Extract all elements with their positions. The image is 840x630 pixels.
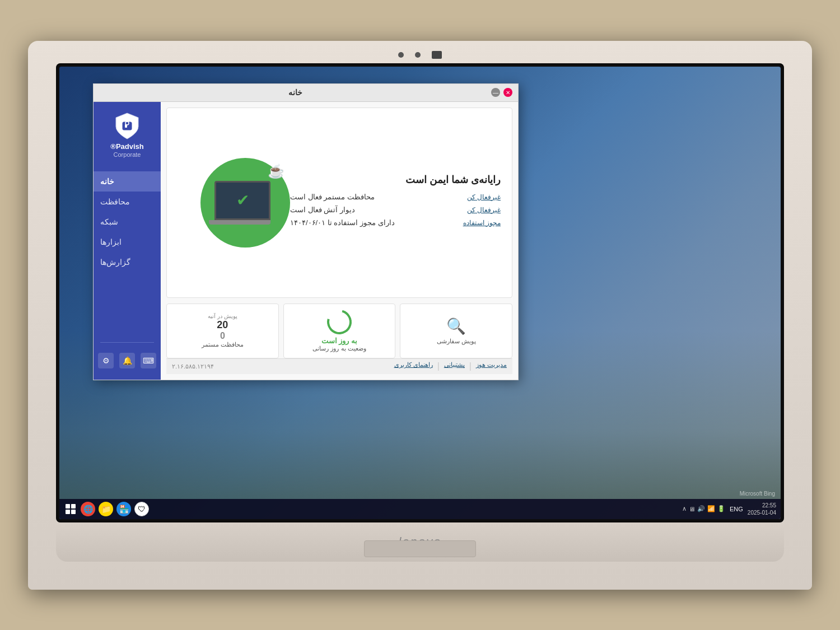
- disable-firewall-link[interactable]: غیرفعال کن: [467, 206, 501, 214]
- status-row-license: مجوز استفاده دارای مجوز استفاده تا ۱۴۰۴/…: [290, 218, 501, 227]
- stat-card-scan: 🔍 پویش سفارشی: [400, 304, 512, 358]
- windows-icon: [66, 504, 76, 514]
- hero-text-area: رایانه‌ی شما ایمن است غیرفعال کن محافظت …: [290, 174, 501, 231]
- license-link[interactable]: مجوز استفاده: [463, 219, 501, 227]
- window-titlebar: ✕ — خانه: [94, 84, 518, 102]
- taskbar: 🌐 📁 🏪 🛡 ∧ 🖥 🔊 📶 🔋 ENG 22:55: [59, 499, 781, 519]
- laptop-shell: 🖼️ PicPick 📷 ACDSee Pro 10 (64-bit) Micr…: [28, 41, 812, 590]
- status-row-protection: غیرفعال کن محافظت مستمر فعال است: [290, 193, 501, 201]
- scan-label: پویش سفارشی: [437, 338, 476, 345]
- start-button[interactable]: [64, 502, 77, 516]
- sidebar-item-tools[interactable]: ابزارها: [94, 232, 161, 252]
- sidebar: Padvish® Corporate خانه محافظت شبکه ابزا…: [94, 102, 161, 380]
- taskbar-lang[interactable]: ENG: [730, 506, 743, 512]
- window-minimize-button[interactable]: —: [491, 88, 500, 97]
- sidebar-nav: خانه محافظت شبکه ابزارها گزارش‌ها: [94, 171, 161, 337]
- footer-version: ۲.۱۶.۵۸۵.۱۲۱۹۴: [172, 363, 214, 370]
- sidebar-brand-name: Padvish®: [110, 142, 143, 152]
- checkmark-icon: ✔: [236, 191, 249, 209]
- window-close-button[interactable]: ✕: [503, 88, 512, 97]
- hero-image: ☕ ✔: [178, 158, 290, 248]
- sidebar-item-protection[interactable]: محافظت: [94, 192, 161, 212]
- taskbar-datetime: 22:55 2025-01-04: [748, 502, 776, 516]
- taskbar-chrome-icon[interactable]: 🌐: [81, 502, 95, 516]
- sidebar-settings-icon[interactable]: ⚙: [98, 353, 114, 368]
- taskbar-folder-icon[interactable]: 📁: [99, 502, 113, 516]
- app-window: ✕ — خانه: [93, 83, 519, 380]
- taskbar-padvish-icon[interactable]: 🛡: [134, 502, 149, 516]
- taskbar-time-display: 22:55: [748, 502, 776, 509]
- taskbar-wifi-icon[interactable]: 📶: [707, 505, 715, 512]
- sidebar-keyboard-icon[interactable]: ⌨: [141, 353, 156, 368]
- screen: 🖼️ PicPick 📷 ACDSee Pro 10 (64-bit) Micr…: [59, 67, 781, 519]
- laptop-base: lenovo: [56, 522, 784, 562]
- protection-label: محافظت مستمر: [202, 341, 244, 348]
- stat-card-scan-count: پویش در آنیه 20 0 محافظت مستمر: [166, 304, 279, 358]
- footer-support-link[interactable]: پشتیبانی: [444, 361, 465, 371]
- footer-links: مدیریت هوز | پشتیبانی | راهنمای کاربری: [394, 361, 507, 371]
- taskbar-store-icon[interactable]: 🏪: [116, 502, 131, 516]
- sidebar-bottom-icons: ⌨ 🔔 ⚙: [94, 347, 162, 374]
- status-row-firewall: غیرفعال کن دیوار آتش فعال است: [290, 206, 501, 214]
- taskbar-left: 🌐 📁 🏪 🛡: [64, 502, 149, 516]
- protection-status-text: محافظت مستمر فعال است: [290, 193, 375, 201]
- update-label: وضعیت به روز رسانی: [312, 345, 366, 352]
- taskbar-battery-icon[interactable]: 🔋: [717, 505, 725, 512]
- refresh-icon: [323, 305, 356, 338]
- camera-rect: [432, 51, 442, 59]
- taskbar-network-icon[interactable]: 🖥: [689, 506, 695, 512]
- scan-zero: 0: [220, 331, 225, 341]
- license-status-text: دارای مجوز استفاده تا ۱۴۰۴/۰۶/۰۱: [290, 218, 395, 227]
- sidebar-notification-icon[interactable]: 🔔: [119, 353, 135, 368]
- shield-icon: [115, 112, 139, 140]
- window-title: خانه: [99, 88, 491, 97]
- win-sq-4: [71, 510, 76, 514]
- laptop-base-illus: [209, 220, 270, 225]
- scan-sublabel: پویش در آنیه: [208, 313, 237, 319]
- camera-dot-center: [415, 52, 421, 58]
- taskbar-date-display: 2025-01-04: [748, 509, 776, 516]
- ms-bing-watermark: Microsoft Bing: [740, 491, 775, 497]
- hero-section: رایانه‌ی شما ایمن است غیرفعال کن محافظت …: [166, 108, 512, 298]
- stat-card-update: به روز است وضعیت به روز رسانی: [283, 304, 396, 358]
- app-content: Padvish® Corporate خانه محافظت شبکه ابزا…: [94, 102, 518, 380]
- coffee-cup-icon: ☕: [268, 164, 284, 179]
- window-footer: مدیریت هوز | پشتیبانی | راهنمای کاربری ۲…: [166, 358, 512, 374]
- update-status-text: به روز است: [321, 337, 357, 345]
- laptop-touchpad: [364, 540, 476, 557]
- footer-guide-link[interactable]: راهنمای کاربری: [394, 361, 433, 371]
- taskbar-arrow-icon[interactable]: ∧: [682, 505, 687, 512]
- win-sq-2: [71, 504, 76, 508]
- win-sq-3: [66, 510, 70, 514]
- sidebar-brand-sub: Corporate: [114, 151, 141, 158]
- svg-point-2: [125, 122, 129, 125]
- sidebar-item-network[interactable]: شبکه: [94, 212, 161, 232]
- win-sq-1: [66, 504, 70, 508]
- taskbar-right: ∧ 🖥 🔊 📶 🔋 ENG 22:55 2025-01-04: [682, 502, 776, 516]
- sidebar-item-reports[interactable]: گزارش‌ها: [94, 252, 161, 272]
- scan-number: 20: [217, 319, 228, 331]
- camera-area: [398, 51, 442, 59]
- main-area: رایانه‌ی شما ایمن است غیرفعال کن محافظت …: [161, 102, 518, 380]
- scan-icon: 🔍: [446, 317, 466, 335]
- taskbar-volume-icon[interactable]: 🔊: [697, 505, 705, 512]
- disable-protection-link[interactable]: غیرفعال کن: [467, 193, 501, 201]
- sidebar-item-home[interactable]: خانه: [94, 171, 161, 192]
- sidebar-logo-area: Padvish® Corporate: [106, 108, 148, 163]
- footer-manage-link[interactable]: مدیریت هوز: [476, 361, 507, 371]
- firewall-status-text: دیوار آتش فعال است: [290, 206, 355, 214]
- stats-row: 🔍 پویش سفارشی به روز است وضعیت به روز رس…: [166, 304, 512, 358]
- hero-title: رایانه‌ی شما ایمن است: [290, 174, 501, 186]
- camera-dot-left: [398, 52, 404, 58]
- laptop-illustration: ✔: [209, 181, 270, 225]
- screen-bezel: 🖼️ PicPick 📷 ACDSee Pro 10 (64-bit) Micr…: [56, 63, 784, 522]
- sidebar-divider: [100, 342, 154, 343]
- laptop-screen-illus: ✔: [214, 181, 270, 220]
- taskbar-sys-icons: ∧ 🖥 🔊 📶 🔋: [682, 505, 725, 512]
